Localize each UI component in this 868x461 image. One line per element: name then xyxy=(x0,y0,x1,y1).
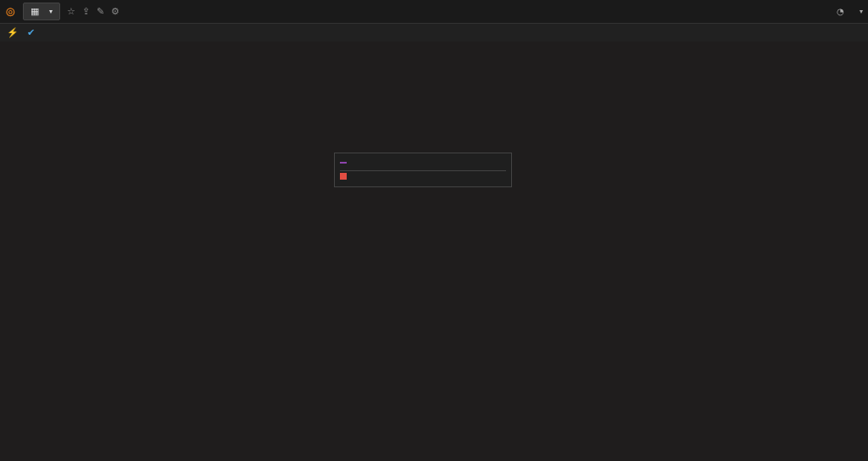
check-icon: ✔ xyxy=(27,27,35,38)
caret-down-icon[interactable]: ▾ xyxy=(860,8,863,15)
grafana-logo-icon[interactable]: ⊚ xyxy=(5,4,16,19)
star-icon[interactable]: ☆ xyxy=(67,6,75,17)
tooltip-tag xyxy=(340,162,347,164)
row-header[interactable]: ⚡ ✔ xyxy=(0,24,868,42)
dashboard-picker[interactable]: ▦ ▾ xyxy=(23,3,60,20)
bolt-icon: ⚡ xyxy=(7,27,19,38)
share-icon[interactable]: ⇪ xyxy=(82,6,90,17)
topbar: ⊚ ▦ ▾ ☆ ⇪ ✎ ⚙ ◔ ▾ xyxy=(0,0,868,24)
caret-down-icon: ▾ xyxy=(49,8,53,15)
annotation-tooltip xyxy=(334,153,512,187)
series-swatch xyxy=(340,173,347,180)
tooltip-footer xyxy=(340,170,506,182)
apps-icon: ▦ xyxy=(31,6,39,17)
top-panels-row xyxy=(0,42,868,52)
bottom-row-2 xyxy=(0,62,868,67)
save-icon[interactable]: ✎ xyxy=(97,6,104,17)
clock-icon: ◔ xyxy=(837,7,844,16)
settings-icon[interactable]: ⚙ xyxy=(111,6,120,17)
